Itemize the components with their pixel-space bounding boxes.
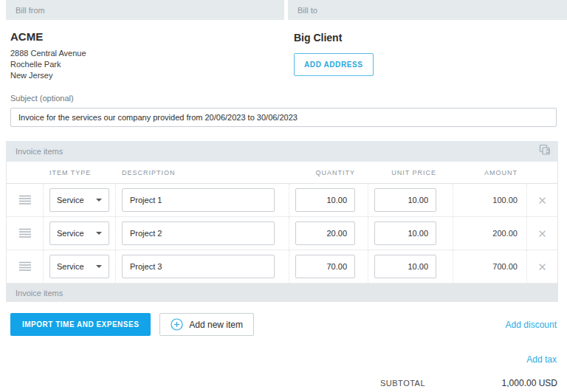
drag-handle-icon[interactable] — [19, 261, 31, 272]
quantity-input[interactable] — [295, 188, 355, 212]
drag-handle-icon[interactable] — [19, 228, 31, 238]
item-type-select[interactable]: Service — [49, 188, 109, 212]
bill-from-label: Bill from — [16, 6, 45, 15]
item-type-select[interactable]: Service — [49, 221, 109, 245]
copy-items-icon[interactable] — [539, 144, 551, 159]
invoice-items-footer-bar: Invoice items — [6, 283, 558, 302]
unit-price-input[interactable] — [374, 188, 436, 212]
parties-section: ACME 2888 Central Avenue Rochelle Park N… — [0, 30, 567, 81]
address-line: 2888 Central Avenue — [10, 48, 294, 59]
actions-row: IMPORT TIME AND EXPENSES Add new item Ad… — [10, 313, 557, 336]
description-input[interactable] — [122, 188, 275, 212]
invoice-items-header-label: Invoice items — [16, 147, 63, 156]
bill-to-details: Big Client ADD ADDRESS — [294, 30, 567, 81]
quantity-input[interactable] — [295, 255, 355, 278]
add-tax-row: Add tax — [0, 352, 557, 365]
unit-price-input[interactable] — [374, 255, 436, 278]
col-header-description: DESCRIPTION — [115, 169, 289, 176]
delete-row-icon[interactable]: ✕ — [537, 195, 547, 206]
plus-circle-icon — [171, 318, 183, 331]
table-header-row: ITEM TYPE DESCRIPTION QUANTITY UNIT PRIC… — [7, 162, 557, 184]
subtotal-value: 1,000.00 USD — [502, 378, 557, 388]
drag-handle-icon[interactable] — [19, 195, 31, 205]
invoice-items-header-bar: Invoice items — [6, 141, 558, 162]
delete-row-icon[interactable]: ✕ — [537, 228, 547, 239]
add-address-button[interactable]: ADD ADDRESS — [294, 53, 374, 76]
add-new-item-button[interactable]: Add new item — [159, 313, 254, 336]
subtotal-label: SUBTOTAL — [380, 379, 425, 388]
amount-value: 100.00 — [492, 196, 518, 204]
chevron-down-icon — [96, 265, 102, 268]
table-row: Service 700.00 ✕ — [7, 250, 557, 283]
description-input[interactable] — [122, 255, 275, 278]
bill-to-label: Bill to — [298, 6, 317, 15]
subject-input[interactable] — [10, 108, 557, 127]
delete-row-icon[interactable]: ✕ — [537, 261, 547, 272]
item-type-value: Service — [57, 229, 84, 238]
subject-label: Subject (optional) — [10, 94, 557, 103]
address-line: Rochelle Park — [10, 59, 294, 70]
subject-section: Subject (optional) — [10, 94, 557, 127]
table-body: Service 100.00 ✕ — [7, 184, 557, 283]
add-tax-link[interactable]: Add tax — [526, 354, 557, 365]
bill-from-details: ACME 2888 Central Avenue Rochelle Park N… — [10, 30, 294, 81]
item-type-value: Service — [57, 262, 84, 271]
add-discount-link[interactable]: Add discount — [506, 320, 557, 330]
col-header-unit-price: UNIT PRICE — [368, 169, 453, 176]
quantity-input[interactable] — [295, 221, 355, 245]
import-time-expenses-button[interactable]: IMPORT TIME AND EXPENSES — [10, 313, 151, 336]
invoice-items-section: Invoice items ITEM TYPE DESCRIPTION QUAN… — [6, 141, 558, 302]
col-header-item-type: ITEM TYPE — [43, 169, 115, 176]
chevron-down-icon — [96, 232, 102, 235]
col-header-quantity: QUANTITY — [289, 169, 368, 176]
unit-price-input[interactable] — [374, 221, 436, 245]
client-name: Big Client — [294, 32, 567, 44]
invoice-items-table: ITEM TYPE DESCRIPTION QUANTITY UNIT PRIC… — [6, 162, 558, 283]
amount-value: 700.00 — [492, 262, 518, 271]
address-line: New Jersey — [10, 70, 294, 81]
item-type-value: Service — [57, 196, 84, 204]
company-name: ACME — [10, 30, 294, 43]
company-address: 2888 Central Avenue Rochelle Park New Je… — [10, 48, 294, 81]
bill-to-bar: Bill to — [288, 0, 567, 20]
item-type-select[interactable]: Service — [49, 255, 109, 278]
chevron-down-icon — [96, 199, 102, 202]
col-header-amount: AMOUNT — [453, 169, 526, 176]
amount-value: 200.00 — [492, 229, 518, 238]
totals-section: SUBTOTAL 1,000.00 USD — [0, 378, 557, 392]
add-new-item-label: Add new item — [189, 320, 243, 330]
bill-from-bar: Bill from — [6, 0, 284, 20]
section-headers: Bill from Bill to — [0, 0, 567, 20]
description-input[interactable] — [122, 221, 275, 245]
table-row: Service 200.00 ✕ — [7, 217, 557, 250]
table-row: Service 100.00 ✕ — [7, 184, 557, 217]
invoice-items-footer-label: Invoice items — [16, 289, 63, 298]
